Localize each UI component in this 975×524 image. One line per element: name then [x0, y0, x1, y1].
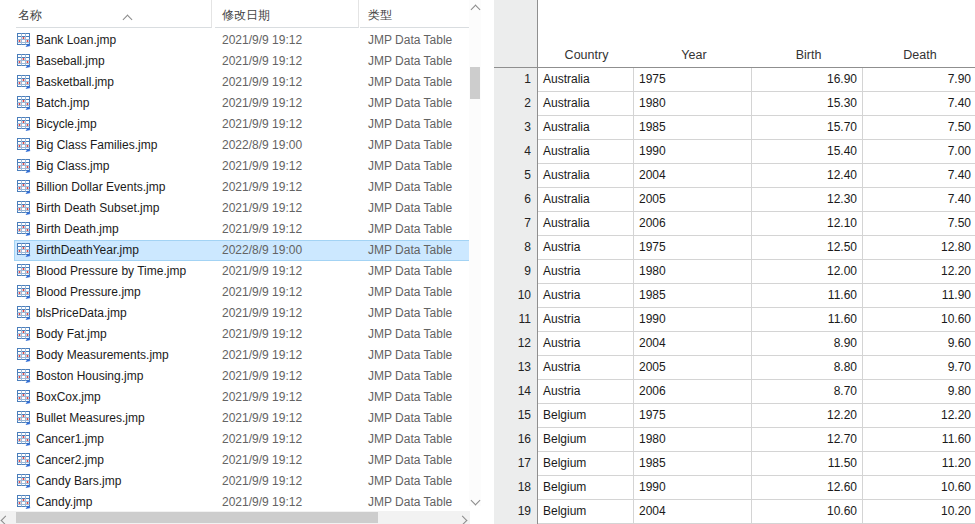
- cell-country[interactable]: Australia: [538, 212, 634, 235]
- cell-birth[interactable]: 12.20: [752, 404, 863, 427]
- cell-birth[interactable]: 15.40: [752, 140, 863, 163]
- table-row[interactable]: 10 Austria 1985 11.60 11.90: [494, 284, 975, 308]
- row-number[interactable]: 19: [494, 500, 537, 524]
- table-row[interactable]: 2 Australia 1980 15.30 7.40: [494, 92, 975, 116]
- row-number[interactable]: 17: [494, 452, 537, 476]
- cell-year[interactable]: 1985: [634, 284, 752, 307]
- column-header-type[interactable]: 类型: [360, 0, 470, 28]
- table-row[interactable]: 8 Austria 1975 12.50 12.80: [494, 236, 975, 260]
- table-row[interactable]: 1 Australia 1975 16.90 7.90: [494, 68, 975, 92]
- cell-country[interactable]: Austria: [538, 380, 634, 403]
- cell-birth[interactable]: 12.50: [752, 236, 863, 259]
- cell-death[interactable]: 7.00: [863, 140, 975, 163]
- file-row[interactable]: Blood Pressure.jmp 2021/9/9 19:12 JMP Da…: [0, 282, 481, 303]
- cell-year[interactable]: 1990: [634, 476, 752, 499]
- cell-death[interactable]: 12.20: [863, 260, 975, 283]
- cell-death[interactable]: 9.70: [863, 356, 975, 379]
- cell-birth[interactable]: 12.60: [752, 476, 863, 499]
- table-row[interactable]: 7 Australia 2006 12.10 7.50: [494, 212, 975, 236]
- cell-birth[interactable]: 12.30: [752, 188, 863, 211]
- table-row[interactable]: 13 Austria 2005 8.80 9.70: [494, 356, 975, 380]
- cell-country[interactable]: Belgium: [538, 404, 634, 427]
- cell-death[interactable]: 10.60: [863, 308, 975, 331]
- file-row[interactable]: Cancer2.jmp 2021/9/9 19:12 JMP Data Tabl…: [0, 450, 481, 471]
- cell-country[interactable]: Australia: [538, 140, 634, 163]
- cell-country[interactable]: Austria: [538, 356, 634, 379]
- scroll-right-icon[interactable]: [459, 513, 469, 521]
- table-row[interactable]: 12 Austria 2004 8.90 9.60: [494, 332, 975, 356]
- file-row[interactable]: Body Fat.jmp 2021/9/9 19:12 JMP Data Tab…: [0, 324, 481, 345]
- cell-year[interactable]: 1980: [634, 260, 752, 283]
- row-number[interactable]: 12: [494, 332, 537, 356]
- file-row[interactable]: Batch.jmp 2021/9/9 19:12 JMP Data Table: [0, 93, 481, 114]
- cell-country[interactable]: Belgium: [538, 500, 634, 523]
- file-row[interactable]: BirthDeathYear.jmp 2022/8/9 19:00 JMP Da…: [0, 240, 481, 261]
- table-row[interactable]: 6 Australia 2005 12.30 7.40: [494, 188, 975, 212]
- table-row[interactable]: 19 Belgium 2004 10.60 10.20: [494, 500, 975, 524]
- cell-year[interactable]: 2004: [634, 164, 752, 187]
- file-row[interactable]: Boston Housing.jmp 2021/9/9 19:12 JMP Da…: [0, 366, 481, 387]
- cell-year[interactable]: 2004: [634, 500, 752, 523]
- file-row[interactable]: Birth Death Subset.jmp 2021/9/9 19:12 JM…: [0, 198, 481, 219]
- cell-birth[interactable]: 12.40: [752, 164, 863, 187]
- table-row[interactable]: 11 Austria 1990 11.60 10.60: [494, 308, 975, 332]
- row-number[interactable]: 1: [494, 68, 537, 92]
- table-row[interactable]: 9 Austria 1980 12.00 12.20: [494, 260, 975, 284]
- cell-country[interactable]: Belgium: [538, 476, 634, 499]
- column-header-date-modified[interactable]: 修改日期: [215, 0, 359, 28]
- row-number[interactable]: 5: [494, 164, 537, 188]
- cell-death[interactable]: 10.60: [863, 476, 975, 499]
- cell-country[interactable]: Belgium: [538, 452, 634, 475]
- file-row[interactable]: BoxCox.jmp 2021/9/9 19:12 JMP Data Table: [0, 387, 481, 408]
- row-number[interactable]: 9: [494, 260, 537, 284]
- row-number[interactable]: 4: [494, 140, 537, 164]
- jmp-column-header-year[interactable]: Year: [635, 44, 753, 66]
- column-header-name[interactable]: 名称: [16, 0, 212, 28]
- file-row[interactable]: Body Measurements.jmp 2021/9/9 19:12 JMP…: [0, 345, 481, 366]
- table-row[interactable]: 16 Belgium 1980 12.70 11.60: [494, 428, 975, 452]
- cell-birth[interactable]: 15.30: [752, 92, 863, 115]
- cell-year[interactable]: 2005: [634, 356, 752, 379]
- scroll-left-icon[interactable]: [2, 513, 12, 521]
- table-row[interactable]: 18 Belgium 1990 12.60 10.60: [494, 476, 975, 500]
- cell-year[interactable]: 1980: [634, 428, 752, 451]
- cell-year[interactable]: 2006: [634, 212, 752, 235]
- horizontal-scrollbar-thumb[interactable]: [16, 512, 378, 523]
- vertical-scrollbar[interactable]: [469, 0, 481, 506]
- row-number[interactable]: 13: [494, 356, 537, 380]
- cell-birth[interactable]: 12.70: [752, 428, 863, 451]
- cell-country[interactable]: Austria: [538, 308, 634, 331]
- table-row[interactable]: 14 Austria 2006 8.70 9.80: [494, 380, 975, 404]
- jmp-column-header-country[interactable]: Country: [538, 44, 635, 66]
- cell-year[interactable]: 2005: [634, 188, 752, 211]
- cell-birth[interactable]: 16.90: [752, 68, 863, 91]
- table-row[interactable]: 3 Australia 1985 15.70 7.50: [494, 116, 975, 140]
- file-row[interactable]: Candy Bars.jmp 2021/9/9 19:12 JMP Data T…: [0, 471, 481, 492]
- scroll-down-icon[interactable]: [471, 493, 479, 503]
- cell-death[interactable]: 9.60: [863, 332, 975, 355]
- cell-death[interactable]: 7.40: [863, 92, 975, 115]
- cell-year[interactable]: 1985: [634, 116, 752, 139]
- table-row[interactable]: 17 Belgium 1985 11.50 11.20: [494, 452, 975, 476]
- cell-birth[interactable]: 12.00: [752, 260, 863, 283]
- file-row[interactable]: Big Class.jmp 2021/9/9 19:12 JMP Data Ta…: [0, 156, 481, 177]
- cell-birth[interactable]: 12.10: [752, 212, 863, 235]
- cell-year[interactable]: 1975: [634, 68, 752, 91]
- cell-death[interactable]: 10.20: [863, 500, 975, 523]
- cell-country[interactable]: Australia: [538, 164, 634, 187]
- row-number[interactable]: 2: [494, 92, 537, 116]
- row-number[interactable]: 11: [494, 308, 537, 332]
- cell-death[interactable]: 12.80: [863, 236, 975, 259]
- cell-birth[interactable]: 11.60: [752, 284, 863, 307]
- cell-country[interactable]: Australia: [538, 116, 634, 139]
- cell-death[interactable]: 11.60: [863, 428, 975, 451]
- cell-death[interactable]: 12.20: [863, 404, 975, 427]
- cell-birth[interactable]: 10.60: [752, 500, 863, 523]
- file-row[interactable]: Bank Loan.jmp 2021/9/9 19:12 JMP Data Ta…: [0, 30, 481, 51]
- row-number[interactable]: 16: [494, 428, 537, 452]
- row-number[interactable]: 7: [494, 212, 537, 236]
- table-row[interactable]: 5 Australia 2004 12.40 7.40: [494, 164, 975, 188]
- cell-country[interactable]: Australia: [538, 68, 634, 91]
- cell-death[interactable]: 7.90: [863, 68, 975, 91]
- vertical-scrollbar-thumb[interactable]: [470, 67, 480, 99]
